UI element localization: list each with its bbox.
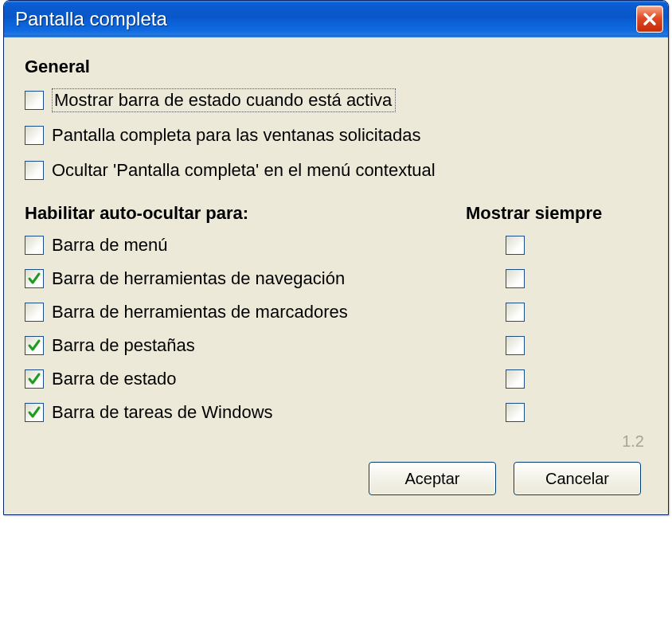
autohide-bookmarks-toolbar-label: Barra de herramientas de marcadores bbox=[52, 302, 348, 322]
autohide-row: Barra de pestañas bbox=[25, 329, 649, 362]
general-option-row: Ocultar 'Pantalla completa' en el menú c… bbox=[25, 155, 649, 186]
autohide-header-row: Habilitar auto-ocultar para: Mostrar sie… bbox=[25, 203, 649, 224]
autohide-menubar-label: Barra de menú bbox=[52, 235, 168, 256]
autohide-tabbar-label: Barra de pestañas bbox=[52, 335, 195, 356]
autohide-windows-taskbar-checkbox[interactable] bbox=[25, 403, 44, 422]
titlebar: Pantalla completa bbox=[4, 1, 668, 37]
autohide-nav-toolbar-label: Barra de herramientas de navegación bbox=[52, 268, 345, 289]
autohide-row: Barra de tareas de Windows bbox=[25, 396, 649, 429]
always-bookmarks-toolbar-checkbox[interactable] bbox=[506, 303, 525, 322]
autohide-tabbar-checkbox[interactable] bbox=[25, 336, 44, 355]
accept-button[interactable]: Aceptar bbox=[369, 462, 496, 495]
cancel-button[interactable]: Cancelar bbox=[514, 462, 641, 495]
always-tabbar-checkbox[interactable] bbox=[506, 336, 525, 355]
autohide-heading: Habilitar auto-ocultar para: bbox=[25, 203, 466, 224]
general-option-row: Mostrar barra de estado cuando está acti… bbox=[25, 85, 649, 115]
hide-context-menu-checkbox[interactable] bbox=[25, 161, 44, 180]
autohide-row: Barra de herramientas de marcadores bbox=[25, 295, 649, 329]
dialog-button-row: Aceptar Cancelar bbox=[25, 452, 649, 500]
hide-context-menu-label: Ocultar 'Pantalla completa' en el menú c… bbox=[52, 160, 436, 181]
fullscreen-settings-dialog: Pantalla completa General Mostrar barra … bbox=[3, 0, 669, 515]
close-icon bbox=[643, 12, 657, 26]
dialog-content: General Mostrar barra de estado cuando e… bbox=[4, 37, 668, 514]
always-statusbar-checkbox[interactable] bbox=[506, 369, 525, 389]
always-windows-taskbar-checkbox[interactable] bbox=[506, 403, 525, 422]
autohide-statusbar-checkbox[interactable] bbox=[25, 369, 44, 389]
autohide-menubar-checkbox[interactable] bbox=[25, 236, 44, 255]
close-button[interactable] bbox=[636, 6, 663, 33]
show-status-bar-checkbox[interactable] bbox=[25, 91, 44, 110]
version-label: 1.2 bbox=[25, 432, 649, 452]
autohide-nav-toolbar-checkbox[interactable] bbox=[25, 269, 44, 288]
fullscreen-requested-windows-label: Pantalla completa para las ventanas soli… bbox=[52, 125, 421, 146]
autohide-bookmarks-toolbar-checkbox[interactable] bbox=[25, 303, 44, 322]
autohide-statusbar-label: Barra de estado bbox=[52, 369, 177, 389]
dialog-title: Pantalla completa bbox=[15, 8, 167, 30]
general-option-row: Pantalla completa para las ventanas soli… bbox=[25, 120, 649, 150]
show-status-bar-label: Mostrar barra de estado cuando está acti… bbox=[52, 88, 396, 112]
always-menubar-checkbox[interactable] bbox=[506, 236, 525, 255]
fullscreen-requested-windows-checkbox[interactable] bbox=[25, 126, 44, 145]
autohide-row: Barra de estado bbox=[25, 362, 649, 396]
autohide-row: Barra de menú bbox=[25, 229, 649, 262]
autohide-windows-taskbar-label: Barra de tareas de Windows bbox=[52, 402, 273, 423]
always-nav-toolbar-checkbox[interactable] bbox=[506, 269, 525, 288]
autohide-row: Barra de herramientas de navegación bbox=[25, 262, 649, 295]
always-show-heading: Mostrar siempre bbox=[466, 203, 649, 224]
general-heading: General bbox=[25, 57, 649, 77]
